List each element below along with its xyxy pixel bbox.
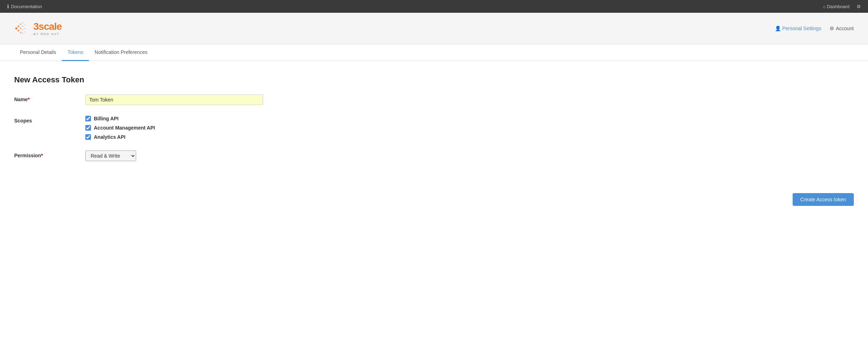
account-link[interactable]: ⚙ Account <box>830 26 854 31</box>
billing-api-item: Billing API <box>85 116 412 121</box>
logo-area: 3scale BY RED HAT <box>14 20 62 37</box>
logo-text: 3scale BY RED HAT <box>33 21 62 36</box>
svg-point-5 <box>20 32 21 33</box>
logo-brand: BY RED HAT <box>33 32 62 36</box>
dashboard-link[interactable]: ⌂ Dashboard <box>823 4 850 9</box>
info-icon: ℹ <box>7 4 9 9</box>
svg-point-8 <box>22 29 23 31</box>
submit-area: Create Access token <box>0 193 868 206</box>
checkbox-group: Billing API Account Management API Analy… <box>85 116 412 140</box>
analytics-api-label: Analytics API <box>94 134 125 140</box>
top-nav-right: ⌂ Dashboard ⚙ <box>823 4 861 9</box>
analytics-api-item: Analytics API <box>85 134 412 140</box>
personal-settings-link[interactable]: 👤 Personal Settings <box>775 26 821 31</box>
tab-personal-details[interactable]: Personal Details <box>14 44 62 61</box>
header-nav: 👤 Personal Settings ⚙ Account <box>775 26 854 31</box>
svg-point-9 <box>22 33 23 34</box>
logo-icon <box>14 20 31 37</box>
top-nav: ℹ Documentation ⌂ Dashboard ⚙ <box>0 0 868 13</box>
top-nav-left: ℹ Documentation <box>7 4 42 9</box>
billing-api-label: Billing API <box>94 116 118 121</box>
permission-control-area: Read & Write Read Only <box>85 151 412 161</box>
logo-name: 3scale <box>33 21 62 32</box>
name-control-area <box>85 94 412 105</box>
tab-notification-preferences[interactable]: Notification Preferences <box>89 44 153 61</box>
header: 3scale BY RED HAT 👤 Personal Settings ⚙ … <box>0 13 868 44</box>
gear-icon: ⚙ <box>857 4 861 9</box>
permission-field-row: Permission* Read & Write Read Only <box>14 151 412 161</box>
home-icon: ⌂ <box>823 4 826 9</box>
svg-point-1 <box>18 26 20 27</box>
account-gear-icon: ⚙ <box>830 26 834 31</box>
svg-point-0 <box>15 27 17 29</box>
settings-link[interactable]: ⚙ <box>857 4 861 9</box>
account-mgmt-api-item: Account Management API <box>85 125 412 131</box>
permission-label: Permission* <box>14 151 85 158</box>
permission-select[interactable]: Read & Write Read Only <box>85 151 136 161</box>
account-mgmt-api-label: Account Management API <box>94 125 155 131</box>
tab-tokens[interactable]: Tokens <box>62 44 89 61</box>
name-field-row: Name* <box>14 94 412 105</box>
scopes-control-area: Billing API Account Management API Analy… <box>85 116 412 140</box>
svg-point-3 <box>20 23 21 25</box>
create-access-token-button[interactable]: Create Access token <box>793 193 854 206</box>
scopes-field-row: Scopes Billing API Account Management AP… <box>14 116 412 140</box>
main-content: New Access Token Name* Scopes Billing AP… <box>0 61 427 186</box>
billing-api-checkbox[interactable] <box>85 116 91 121</box>
svg-point-10 <box>25 24 26 26</box>
svg-point-7 <box>22 26 23 27</box>
analytics-api-checkbox[interactable] <box>85 134 91 140</box>
page-title: New Access Token <box>14 75 412 84</box>
name-label: Name* <box>14 94 85 102</box>
person-icon: 👤 <box>775 26 781 31</box>
name-input[interactable] <box>85 94 263 105</box>
svg-point-4 <box>20 28 21 29</box>
account-mgmt-api-checkbox[interactable] <box>85 125 91 131</box>
svg-point-12 <box>25 32 26 33</box>
scopes-label: Scopes <box>14 116 85 124</box>
documentation-link[interactable]: Documentation <box>11 4 42 9</box>
svg-point-2 <box>18 30 20 32</box>
tab-nav: Personal Details Tokens Notification Pre… <box>0 44 868 61</box>
svg-point-6 <box>22 22 23 23</box>
svg-point-11 <box>25 28 26 29</box>
